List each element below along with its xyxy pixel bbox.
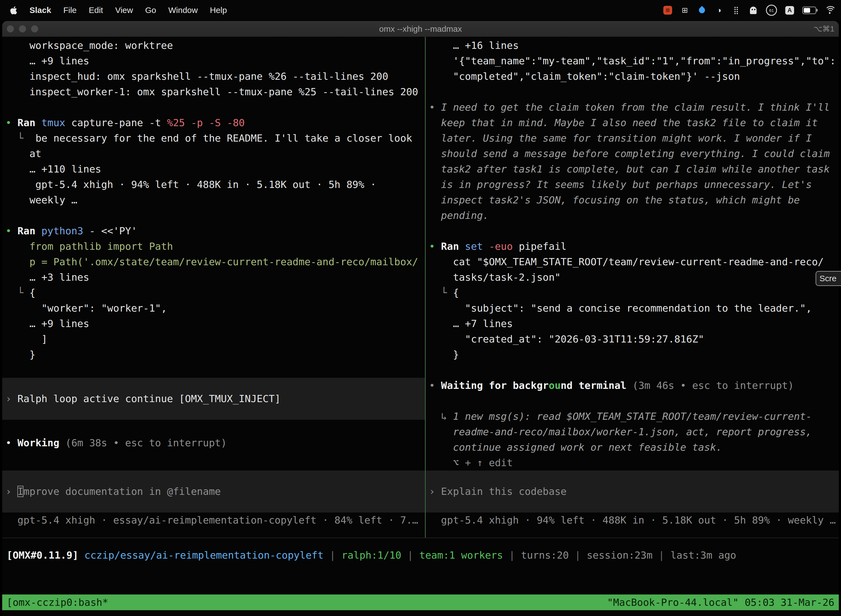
terminal-line: … +7 lines <box>429 316 839 331</box>
terminal-line: ] <box>6 331 425 347</box>
terminal-line: "completed","claim_token":"claim-token"}… <box>429 69 839 84</box>
terminal-line <box>429 223 839 239</box>
terminal-line: '{"team_name":"my-team","task_id":"1","f… <box>429 53 839 69</box>
terminal-line: at <box>6 146 425 161</box>
menu-view[interactable]: View <box>115 6 133 15</box>
terminal-line: ⌥ + ↑ edit <box>429 455 839 471</box>
omx-status-line: [OMX#0.11.9] cczip/essay/ai-reimplementa… <box>2 538 839 563</box>
terminal-line: cat "$OMX_TEAM_STATE_ROOT/team/review-cu… <box>429 254 839 270</box>
terminal-line: • I need to get the claim token from the… <box>429 100 839 115</box>
terminal-line: └ { <box>429 285 839 301</box>
terminal-line: … +3 lines <box>6 270 425 285</box>
terminal-line <box>429 84 839 100</box>
terminal-line <box>429 393 839 409</box>
menu-help[interactable]: Help <box>210 6 227 15</box>
terminal-line: … +9 lines <box>6 53 425 69</box>
window-shortcut-hint: ⌥⌘1 <box>813 21 834 37</box>
color-drop-icon[interactable] <box>697 5 706 15</box>
tmux-host-and-clock: "MacBook-Pro-44.local" 05:03 31-Mar-26 <box>607 597 834 608</box>
terminal-line: inspect_worker-1: omx sparkshell --tmux-… <box>6 84 425 100</box>
omx-session-summary: [OMX#0.11.9] cczip/essay/ai-reimplementa… <box>7 547 839 563</box>
screen-record-indicator-icon[interactable] <box>663 6 672 15</box>
terminal-line: • Ran tmux capture-pane -t %25 -p -S -80 <box>6 115 425 131</box>
terminal-line: later. Using the same for transition mig… <box>429 131 839 146</box>
terminal-line: inspect task2's JSON, focusing on the st… <box>429 192 839 208</box>
wifi-icon[interactable] <box>825 6 835 14</box>
tmux-panes: workspace_mode: worktree … +9 lines insp… <box>2 37 839 538</box>
menu-edit[interactable]: Edit <box>89 6 103 15</box>
tmux-status-bar: [omx-cczip0:bash* "MacBook-Pro-44.local"… <box>2 594 839 610</box>
terminal-line <box>6 362 425 378</box>
right-pane: … +16 lines '{"team_name":"my-team","tas… <box>426 37 839 538</box>
left-pane: workspace_mode: worktree … +9 lines insp… <box>2 37 425 538</box>
prompt-input-band[interactable]: › Explain this codebase <box>426 471 839 512</box>
dots-grid-icon[interactable]: ⣿ <box>732 5 741 15</box>
terminal-line: } <box>6 347 425 362</box>
contrast-icon[interactable]: ◑ <box>715 5 724 15</box>
menu-window[interactable]: Window <box>168 6 198 15</box>
terminal-line: "worker": "worker-1", <box>6 301 425 316</box>
terminal-line: gpt-5.4 xhigh · essay/ai-reimplementatio… <box>6 512 425 528</box>
terminal-line: tasks/task-2.json" <box>429 270 839 285</box>
terminal-line: • Waiting for background terminal (3m 46… <box>429 378 839 393</box>
ghost-icon[interactable] <box>749 5 757 15</box>
terminal-line <box>429 362 839 378</box>
terminal-line: "subject": "send a concise recommendatio… <box>429 301 839 316</box>
terminal-line: gpt-5.4 xhigh · 94% left · 488K in · 5.1… <box>6 177 425 192</box>
terminal-line: ↳ 1 new msg(s): read $OMX_TEAM_STATE_ROO… <box>429 409 839 424</box>
window-title: omx --xhigh --madmax <box>2 21 839 37</box>
terminal-line: gpt-5.4 xhigh · 94% left · 488K in · 5.1… <box>429 512 839 528</box>
terminal-line: • Ran set -euo pipefail <box>429 239 839 254</box>
terminal-line: weekly … <box>6 192 425 208</box>
terminal-line <box>6 100 425 115</box>
terminal-line: inspect_hud: omx sparkshell --tmux-pane … <box>6 69 425 84</box>
menu-file[interactable]: File <box>63 6 76 15</box>
terminal-line: pending. <box>429 208 839 223</box>
terminal-line: is in progress? It seems likely but perh… <box>429 177 839 192</box>
terminal-line: … +16 lines <box>429 38 839 53</box>
terminal-line: … +110 lines <box>6 161 425 177</box>
terminal-line: } <box>429 347 839 362</box>
apple-menu-icon[interactable] <box>10 6 18 15</box>
terminal-line: … +9 lines <box>6 316 425 331</box>
prompt-input-band[interactable]: › Improve documentation in @filename <box>2 471 425 512</box>
terminal-line: keep that in mind. Maybe I also need the… <box>429 115 839 131</box>
keyboard-input-source-icon[interactable]: A <box>785 6 794 15</box>
menu-go[interactable]: Go <box>145 6 156 15</box>
menu-bar-status-icons: ⊞ ◑ ⣿ 61 A <box>663 5 841 16</box>
menu-app-name[interactable]: Slack <box>29 6 51 15</box>
terminal-line: continue assigned work or next feasible … <box>429 440 839 455</box>
battery-icon[interactable] <box>802 7 816 14</box>
terminal-line: • Working (6m 38s • esc to interrupt) <box>6 435 425 451</box>
terminal-line: └ be necessary for the end of the README… <box>6 131 425 146</box>
tmux-session-name: [omx-cczip0:bash* <box>7 597 108 608</box>
spacer <box>6 451 425 471</box>
terminal-line: └ { <box>6 285 425 301</box>
desktop: Slack File Edit View Go Window Help ⊞ ◑ … <box>0 0 841 616</box>
terminal-line: from pathlib import Path <box>6 239 425 254</box>
terminal-line: should send a message before completing … <box>429 146 839 161</box>
terminal-line: readme-and-reco/mailbox/worker-1.json, a… <box>429 424 839 440</box>
terminal-window: omx --xhigh --madmax ⌥⌘1 workspace_mode:… <box>2 21 839 616</box>
gauge-icon[interactable]: 61 <box>766 5 777 16</box>
terminal-line <box>6 420 425 435</box>
terminal-line: task2 after task1 is complete, but can I… <box>429 161 839 177</box>
menu-bar: Slack File Edit View Go Window Help ⊞ ◑ … <box>0 0 841 21</box>
ghost-shape <box>750 7 757 14</box>
title-bar[interactable]: omx --xhigh --madmax ⌥⌘1 <box>2 21 839 37</box>
terminal-line: "created_at": "2026-03-31T11:59:27.816Z" <box>429 331 839 347</box>
terminal-line <box>6 208 425 223</box>
injected-message-band: › Ralph loop active continue [OMX_TMUX_I… <box>2 378 425 420</box>
terminal-line: workspace_mode: worktree <box>6 38 425 53</box>
window-grid-icon[interactable]: ⊞ <box>680 5 689 15</box>
menu-bar-left: Slack File Edit View Go Window Help <box>0 6 227 15</box>
screen-share-popup[interactable]: Scre <box>816 271 841 286</box>
terminal-line: p = Path('.omx/state/team/review-current… <box>6 254 425 270</box>
drop-shape <box>697 6 706 14</box>
terminal-line: • Ran python3 - <<'PY' <box>6 223 425 239</box>
